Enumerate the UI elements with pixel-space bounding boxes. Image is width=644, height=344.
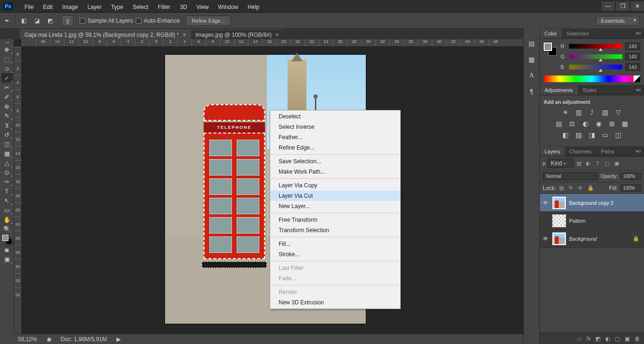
crop-tool[interactable]: ✂: [1, 83, 13, 92]
fill-input[interactable]: 100%: [620, 185, 641, 192]
menu-select[interactable]: Select: [128, 1, 153, 13]
menu-type[interactable]: Type: [106, 1, 128, 13]
lock-transparency-icon[interactable]: ▨: [559, 185, 566, 192]
stamp-tool[interactable]: ⊻: [1, 120, 13, 130]
lasso-tool[interactable]: ⊃: [1, 64, 13, 73]
link-layers-icon[interactable]: ⬭: [577, 336, 582, 342]
subtract-selection-icon[interactable]: ◩: [45, 16, 55, 26]
b-slider[interactable]: [569, 65, 622, 69]
layer-row[interactable]: 👁Background copy 2: [540, 194, 644, 212]
document-tab[interactable]: images.jpg @ 100% (RGB/8#)×: [191, 29, 284, 40]
tool-preset-icon[interactable]: ✒: [2, 16, 12, 26]
filter-type-icon[interactable]: T: [594, 159, 602, 167]
brush-size-picker[interactable]: • • •3: [61, 15, 74, 26]
tab-styles[interactable]: Styles: [578, 85, 602, 95]
menu-file[interactable]: File: [20, 1, 38, 13]
minimize-button[interactable]: —: [602, 1, 615, 11]
r-slider[interactable]: [569, 44, 622, 49]
tab-adjustments[interactable]: Adjustments: [540, 85, 578, 95]
eraser-tool[interactable]: ◫: [1, 139, 13, 149]
opacity-input[interactable]: 100%: [620, 173, 641, 180]
filter-shape-icon[interactable]: ▢: [603, 159, 611, 167]
visibility-toggle[interactable]: 👁: [542, 200, 549, 206]
selective-color-icon[interactable]: ◫: [614, 131, 623, 139]
dodge-tool[interactable]: ⊙: [1, 168, 13, 177]
restore-button[interactable]: ❐: [616, 1, 629, 11]
delete-layer-icon[interactable]: 🗑: [635, 336, 640, 342]
layer-thumbnail[interactable]: [552, 232, 566, 245]
color-swatches[interactable]: [2, 235, 12, 245]
quick-selection-tool[interactable]: ✓: [1, 73, 13, 83]
add-selection-icon[interactable]: ◪: [32, 16, 42, 26]
panel-menu-icon[interactable]: ▾≡: [633, 149, 644, 154]
tab-channels[interactable]: Channels: [565, 147, 596, 156]
layer-row[interactable]: Pattern: [540, 212, 644, 230]
color-balance-icon[interactable]: ⚖: [568, 120, 577, 127]
gradient-tool[interactable]: ▦: [1, 149, 13, 158]
menu-view[interactable]: View: [192, 1, 214, 13]
doc-info-icon[interactable]: ◉: [47, 336, 51, 343]
tab-paths[interactable]: Paths: [596, 147, 619, 156]
posterize-icon[interactable]: ▨: [575, 131, 583, 139]
r-value[interactable]: 143: [625, 42, 640, 50]
new-layer-icon[interactable]: ▣: [625, 336, 630, 342]
filter-adjust-icon[interactable]: ◐: [585, 159, 592, 167]
layer-fx-icon[interactable]: fx: [586, 336, 591, 342]
ctx-free-transform[interactable]: Free Transform: [270, 215, 400, 225]
properties-icon[interactable]: ▦: [527, 56, 537, 63]
auto-enhance-checkbox[interactable]: Auto-Enhance: [136, 17, 180, 24]
lock-all-icon[interactable]: 🔒: [587, 185, 594, 192]
healing-tool[interactable]: ⊕: [1, 101, 13, 111]
layer-thumbnail[interactable]: [552, 214, 566, 227]
ctx-make-work-path-[interactable]: Make Work Path...: [270, 167, 400, 177]
ctx-select-inverse[interactable]: Select Inverse: [270, 122, 400, 132]
eyedropper-tool[interactable]: ✐: [1, 92, 13, 101]
history-brush-tool[interactable]: ↺: [1, 130, 13, 139]
menu-filter[interactable]: Filter: [153, 1, 175, 13]
close-button[interactable]: ✕: [631, 1, 644, 11]
new-selection-icon[interactable]: ◧: [18, 16, 29, 26]
ctx-deselect[interactable]: Deselect: [270, 111, 400, 122]
layer-thumbnail[interactable]: [552, 196, 566, 210]
zoom-level[interactable]: 59,12%: [18, 336, 37, 343]
refine-edge-button[interactable]: Refine Edge...: [186, 16, 231, 26]
filter-kind-select[interactable]: Kind ÷: [547, 159, 573, 168]
g-value[interactable]: 143: [625, 53, 640, 60]
panel-menu-icon[interactable]: ▾≡: [633, 87, 644, 92]
doc-info-arrow[interactable]: ▶: [116, 336, 121, 343]
type-tool[interactable]: T: [1, 186, 13, 196]
character-icon[interactable]: A: [527, 72, 537, 79]
lock-position-icon[interactable]: ✢: [578, 185, 585, 192]
ctx-stroke-[interactable]: Stroke...: [270, 249, 400, 260]
visibility-toggle[interactable]: 👁: [542, 235, 549, 242]
close-tab-icon[interactable]: ×: [275, 32, 279, 38]
vibrance-icon[interactable]: ▽: [614, 109, 623, 116]
blur-tool[interactable]: △: [1, 158, 13, 168]
invert-icon[interactable]: ◧: [561, 131, 570, 139]
ctx-transform-selection[interactable]: Transform Selection: [270, 225, 400, 235]
menu-image[interactable]: Image: [58, 1, 83, 13]
gradient-map-icon[interactable]: ▭: [601, 131, 610, 139]
curves-icon[interactable]: ⤴: [588, 109, 596, 116]
layer-row[interactable]: 👁Background🔒: [540, 230, 644, 248]
photo-filter-icon[interactable]: ◉: [594, 120, 603, 127]
hue-strip[interactable]: [544, 76, 640, 82]
menu-help[interactable]: Help: [243, 1, 264, 13]
lock-image-icon[interactable]: ✎: [569, 185, 575, 192]
ctx-new-d-extrusion[interactable]: New 3D Extrusion: [270, 297, 400, 308]
hand-tool[interactable]: ✋: [1, 215, 13, 224]
exposure-icon[interactable]: ▨: [601, 109, 610, 116]
bw-icon[interactable]: ◐: [581, 120, 590, 127]
ctx-feather-[interactable]: Feather...: [270, 132, 400, 143]
levels-icon[interactable]: ▥: [575, 109, 583, 116]
ctx-layer-via-cut[interactable]: Layer Via Cut: [270, 191, 400, 201]
new-adjustment-icon[interactable]: ◐: [605, 336, 610, 342]
hue-icon[interactable]: ▤: [555, 120, 563, 127]
ctx-layer-via-copy[interactable]: Layer Via Copy: [270, 180, 400, 191]
paragraph-icon[interactable]: ¶: [527, 88, 537, 95]
filter-smart-icon[interactable]: ▣: [613, 159, 620, 167]
menu-edit[interactable]: Edit: [38, 1, 58, 13]
panel-color-swatches[interactable]: [544, 42, 557, 56]
panel-menu-icon[interactable]: ▾≡: [633, 31, 644, 36]
close-tab-icon[interactable]: ×: [183, 32, 186, 38]
